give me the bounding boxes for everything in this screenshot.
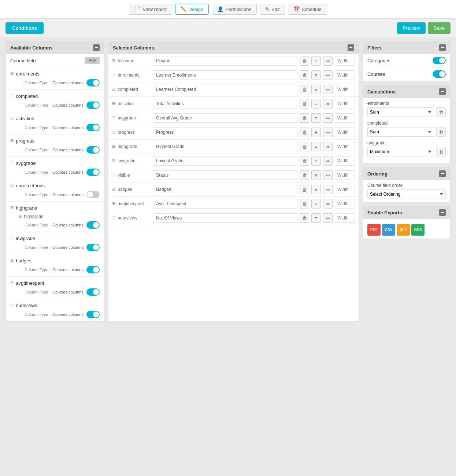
row-delete-button[interactable]: 🗑 — [300, 85, 309, 94]
drag-handle-icon[interactable]: ≡ — [10, 93, 14, 99]
adv-button[interactable]: Adv — [85, 57, 100, 64]
export-pdf-button[interactable]: PDF — [367, 224, 381, 236]
row-align-button[interactable]: ≡ — [311, 85, 321, 94]
width-input[interactable] — [335, 199, 355, 209]
export-csv-button[interactable]: CSV — [382, 224, 395, 236]
row-align-button[interactable]: ≡ — [311, 128, 321, 137]
drag-handle-icon[interactable]: ≡ — [10, 70, 14, 77]
drag-handle-icon[interactable]: ≡ — [10, 302, 14, 309]
drag-handle-icon[interactable]: ≡ — [112, 86, 115, 93]
drag-handle-icon-2[interactable]: ≡ — [18, 213, 22, 220]
calc-completed-delete[interactable]: 🗑 — [436, 127, 446, 137]
selected-col-input[interactable] — [153, 128, 297, 137]
row-align-button[interactable]: ≡ — [311, 142, 321, 151]
width-input[interactable] — [335, 128, 355, 137]
row-delete-button[interactable]: 🗑 — [300, 156, 309, 166]
selected-col-input[interactable] — [153, 113, 297, 123]
selected-col-input[interactable] — [153, 199, 297, 209]
save-button[interactable]: Save — [428, 22, 451, 34]
row-options-button[interactable]: ⇔ — [323, 142, 333, 151]
width-input[interactable] — [335, 185, 355, 194]
row-align-button[interactable]: ≡ — [311, 70, 321, 80]
drag-handle-icon[interactable]: ≡ — [10, 280, 14, 286]
row-options-button[interactable]: ⇔ — [323, 70, 333, 80]
row-align-button[interactable]: ≡ — [311, 170, 321, 180]
row-options-button[interactable]: ⇔ — [323, 170, 333, 180]
row-options-button[interactable]: ⇔ — [323, 199, 333, 209]
exports-collapse[interactable]: − — [439, 209, 446, 216]
row-options-button[interactable]: ⇔ — [323, 156, 333, 166]
width-input[interactable] — [335, 85, 355, 94]
toggle-categories[interactable] — [433, 57, 446, 64]
toggle-courses[interactable] — [433, 70, 446, 78]
row-options-button[interactable]: ⇔ — [323, 85, 333, 94]
row-align-button[interactable]: ≡ — [311, 99, 321, 108]
toggle-highgrade[interactable] — [86, 221, 100, 229]
selected-columns-collapse[interactable]: − — [348, 44, 354, 51]
width-input[interactable] — [335, 170, 355, 180]
row-delete-button[interactable]: 🗑 — [300, 128, 309, 137]
width-input[interactable] — [335, 142, 355, 151]
toggle-avgtimespent[interactable] — [86, 288, 100, 296]
ordering-select[interactable]: Select Ordering — [367, 189, 446, 199]
toggle-avggrade[interactable] — [86, 169, 100, 176]
selected-col-input[interactable] — [153, 56, 297, 66]
selected-col-input[interactable] — [153, 213, 297, 223]
drag-handle-icon[interactable]: ≡ — [10, 235, 14, 241]
calc-completed-select[interactable]: SumCountAverageMaximumMinimum — [367, 127, 434, 137]
row-delete-button[interactable]: 🗑 — [300, 70, 309, 80]
preview-button[interactable]: Preview — [397, 22, 426, 34]
nav-view-report[interactable]: 📄 View report — [129, 4, 172, 15]
width-input[interactable] — [335, 99, 355, 108]
available-columns-collapse[interactable]: − — [93, 44, 100, 51]
row-delete-button[interactable]: 🗑 — [300, 56, 309, 66]
nav-edit[interactable]: ✎ Edit — [260, 4, 285, 15]
drag-handle-icon[interactable]: ≡ — [10, 204, 14, 211]
drag-handle-icon[interactable]: ≡ — [10, 160, 14, 166]
width-input[interactable] — [335, 213, 355, 223]
toggle-completed[interactable] — [86, 102, 100, 109]
row-options-button[interactable]: ⇔ — [323, 56, 333, 66]
toggle-activities[interactable] — [86, 124, 100, 131]
row-delete-button[interactable]: 🗑 — [300, 185, 309, 194]
row-align-button[interactable]: ≡ — [311, 156, 321, 166]
row-delete-button[interactable]: 🗑 — [300, 142, 309, 151]
calc-avggrade-select[interactable]: SumCountAverageMaximumMinimum — [367, 147, 434, 156]
nav-schedule[interactable]: 📅 Schedule — [288, 4, 327, 15]
toggle-enrolments[interactable] — [86, 79, 100, 86]
export-xls-button[interactable]: XLS — [397, 224, 410, 236]
row-delete-button[interactable]: 🗑 — [300, 170, 309, 180]
drag-handle-icon[interactable]: ≡ — [112, 172, 115, 178]
row-align-button[interactable]: ≡ — [311, 56, 321, 66]
calc-enrolments-delete[interactable]: 🗑 — [436, 107, 446, 117]
drag-handle-icon[interactable]: ≡ — [112, 215, 115, 221]
drag-handle-icon[interactable]: ≡ — [112, 72, 115, 78]
drag-handle-icon[interactable]: ≡ — [112, 58, 115, 64]
export-ods-button[interactable]: ODS — [411, 224, 425, 236]
selected-col-input[interactable] — [153, 185, 297, 194]
drag-handle-icon[interactable]: ≡ — [112, 115, 115, 121]
nav-design[interactable]: ✏️ Design — [175, 4, 209, 15]
drag-handle-icon[interactable]: ≡ — [10, 137, 14, 144]
row-align-button[interactable]: ≡ — [311, 185, 321, 194]
width-input[interactable] — [335, 70, 355, 80]
calc-enrolments-select[interactable]: SumCountAverageMaximumMinimum — [367, 107, 434, 117]
selected-col-input[interactable] — [153, 70, 297, 80]
width-input[interactable] — [335, 56, 355, 66]
toggle-numviews[interactable] — [86, 311, 100, 318]
selected-col-input[interactable] — [153, 156, 297, 166]
row-options-button[interactable]: ⇔ — [323, 185, 333, 194]
drag-handle-icon[interactable]: ≡ — [10, 115, 14, 122]
drag-handle-icon[interactable]: ≡ — [112, 100, 115, 107]
row-delete-button[interactable]: 🗑 — [300, 213, 309, 223]
drag-handle-icon[interactable]: ≡ — [112, 158, 115, 164]
ordering-collapse[interactable]: − — [439, 170, 446, 177]
toggle-badges[interactable] — [86, 266, 100, 273]
row-options-button[interactable]: ⇔ — [323, 99, 333, 108]
drag-handle-icon[interactable]: ≡ — [112, 186, 115, 193]
nav-permissions[interactable]: 👤 Permissions — [212, 4, 257, 15]
drag-handle-icon[interactable]: ≡ — [10, 257, 14, 264]
row-delete-button[interactable]: 🗑 — [300, 199, 309, 209]
toggle-progress[interactable] — [86, 146, 100, 154]
selected-col-input[interactable] — [153, 142, 297, 151]
